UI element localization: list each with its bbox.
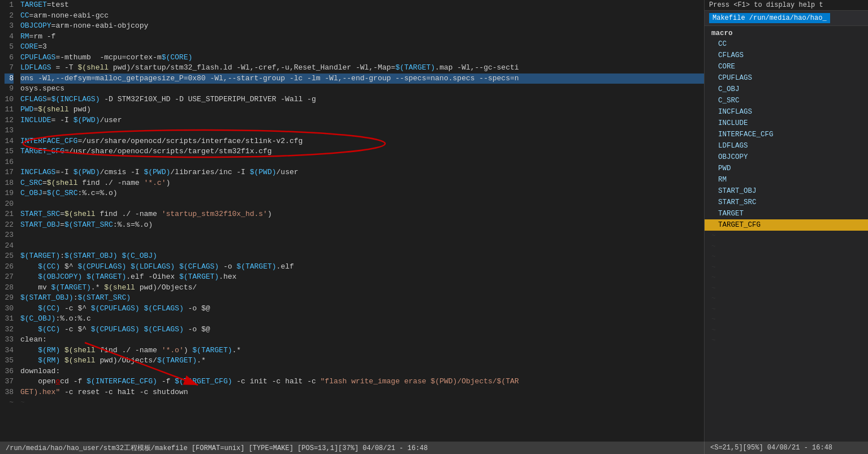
code-line-10: CFLAGS=$(INCFLAGS) -D STM32F10X_HD -D US… xyxy=(20,94,704,105)
tilde-filler: ~ xyxy=(705,304,868,315)
tilde-filler: ~ xyxy=(705,241,868,252)
code-line-15: TARGET_CFG=/usr/share/openocd/scripts/ta… xyxy=(20,146,704,157)
macro-item-start-obj[interactable]: START_OBJ xyxy=(705,185,868,197)
tilde-filler: ~ xyxy=(705,314,868,325)
code-line-18: C_SRC=$(shell find ./ -name '*.c') xyxy=(20,178,704,189)
macro-item-rm[interactable]: RM xyxy=(705,174,868,185)
main-container: 1 2 3 4 5 6 7 8 9 10 11 12 13 14 15 16 1 xyxy=(0,0,868,442)
code-line-26: $(CC) $^ $(CPUFLAGS) $(LDFLAGS) $(CFLAGS… xyxy=(20,262,704,273)
code-line-27: $(OBJCOPY) $(TARGET).elf -Oihex $(TARGET… xyxy=(20,272,704,283)
macro-item-interface-cfg[interactable]: INTERFACE_CFG xyxy=(705,129,868,140)
sidebar: Press <F1> to display help t Makefile /r… xyxy=(704,0,868,442)
code-area[interactable]: 1 2 3 4 5 6 7 8 9 10 11 12 13 14 15 16 1 xyxy=(0,0,704,442)
status-right-text: <S=21,5][95%] 04/08/21 - 16:48 xyxy=(710,444,832,452)
macro-section-title: macro xyxy=(705,28,868,38)
help-line: Press <F1> to display help t xyxy=(705,0,868,11)
code-line-24 xyxy=(20,241,704,252)
macro-item-c-obj[interactable]: C_OBJ xyxy=(705,84,868,95)
code-line-23 xyxy=(20,230,704,241)
status-bar-right: <S=21,5][95%] 04/08/21 - 16:48 xyxy=(704,442,868,454)
tilde-filler: ~ xyxy=(705,293,868,304)
status-left-text: /run/media/hao/hao_user/stm32工程模板/makefi… xyxy=(6,443,428,453)
code-line-36: download: xyxy=(20,366,704,377)
macro-item-pwd[interactable]: PWD xyxy=(705,163,868,174)
code-line-31: $(C_OBJ):%.o:%.c xyxy=(20,314,704,325)
code-line-32: $(CC) -c $^ $(CPUFLAGS) $(CFLAGS) -o $@ xyxy=(20,325,704,335)
tilde-filler: ~ xyxy=(705,273,868,283)
code-line-22: START_OBJ=$(START_SRC:%.s=%.o) xyxy=(20,220,704,231)
macro-item-ldflags[interactable]: LDFLAGS xyxy=(705,140,868,152)
status-bar: /run/media/hao/hao_user/stm32工程模板/makefi… xyxy=(0,442,868,454)
macro-item-target-cfg[interactable]: TARGET_CFG xyxy=(705,219,868,231)
macro-item-start-src[interactable]: START_SRC xyxy=(705,197,868,208)
macro-item-cc[interactable]: CC xyxy=(705,38,868,50)
code-line-33: clean: xyxy=(20,335,704,345)
macro-item-incflags[interactable]: INCFLAGS xyxy=(705,106,868,118)
code-line-7: LDFLAGS = -T $(shell pwd)/startup/stm32_… xyxy=(20,63,704,73)
code-line-28: mv $(TARGET).* $(shell pwd)/Objects/ xyxy=(20,283,704,293)
code-line-1: TARGET=test xyxy=(20,0,704,11)
code-content[interactable]: TARGET=test CC=arm-none-eabi-gcc OBJCOPY… xyxy=(18,0,704,442)
macro-item-objcopy[interactable]: OBJCOPY xyxy=(705,152,868,163)
macro-item-cpuflags[interactable]: CPUFLAGS xyxy=(705,72,868,84)
code-line-8: ons -Wl,--defsym=malloc_getpagesize_P=0x… xyxy=(20,73,704,84)
macro-item-target[interactable]: TARGET xyxy=(705,208,868,219)
code-line-5: CORE=3 xyxy=(20,42,704,53)
code-line-6: CPUFLAGS=-mthumb -mcpu=cortex-m$(CORE) xyxy=(20,53,704,63)
macro-list-container[interactable]: macro CC CFLAGS CORE CPUFLAGS C_OBJ C_SR… xyxy=(705,26,868,442)
code-line-19: C_OBJ=$(C_SRC:%.c=%.o) xyxy=(20,188,704,199)
code-line-9: osys.specs xyxy=(20,84,704,94)
status-bar-left: /run/media/hao/hao_user/stm32工程模板/makefi… xyxy=(0,442,704,454)
code-line-4: RM=rm -f xyxy=(20,32,704,42)
code-line-29: $(START_OBJ):$(START_SRC) xyxy=(20,293,704,304)
code-line-34: $(RM) $(shell find ./ -name '*.o') $(TAR… xyxy=(20,345,704,356)
help-text: Press <F1> to display help t xyxy=(709,1,823,9)
sidebar-file-header: Makefile /run/media/hao/hao_ xyxy=(705,11,868,26)
code-line-2: CC=arm-none-eabi-gcc xyxy=(20,11,704,21)
tilde-filler: ~ xyxy=(705,252,868,262)
sidebar-file-path: Makefile /run/media/hao/hao_ xyxy=(709,13,830,23)
line-numbers: 1 2 3 4 5 6 7 8 9 10 11 12 13 14 15 16 1 xyxy=(0,0,18,442)
code-line-12: INCLUDE= -I $(PWD)/user xyxy=(20,115,704,126)
code-line-30: $(CC) -c $^ $(CPUFLAGS) $(CFLAGS) -o $@ xyxy=(20,304,704,314)
tilde-filler: ~ xyxy=(705,283,868,294)
code-line-tilde: ~ xyxy=(20,397,704,408)
tilde-filler: ~ xyxy=(705,231,868,241)
code-line-21: START_SRC=$(shell find ./ -name 'startup… xyxy=(20,209,704,220)
code-line-20 xyxy=(20,199,704,210)
code-editor: 1 2 3 4 5 6 7 8 9 10 11 12 13 14 15 16 1 xyxy=(0,0,704,442)
code-line-16 xyxy=(20,157,704,168)
macro-item-include[interactable]: INCLUDE xyxy=(705,118,868,129)
macro-item-core[interactable]: CORE xyxy=(705,61,868,72)
code-line-38: GET).hex" -c reset -c halt -c shutdown xyxy=(20,387,704,398)
code-line-13 xyxy=(20,126,704,136)
tilde-filler: ~ xyxy=(705,335,868,346)
tilde-filler: ~ xyxy=(705,325,868,336)
tilde-filler: ~ xyxy=(705,262,868,273)
code-line-37: openocd -f $(INTERFACE_CFG) -f $(TARGET_… xyxy=(20,377,704,387)
macro-item-c-src[interactable]: C_SRC xyxy=(705,95,868,106)
macro-item-cflags[interactable]: CFLAGS xyxy=(705,50,868,61)
code-line-17: INCFLAGS=-I $(PWD)/cmsis -I $(PWD)/libra… xyxy=(20,167,704,178)
code-line-3: OBJCOPY=arm-none-eabi-objcopy xyxy=(20,21,704,32)
code-line-25: $(TARGET):$(START_OBJ) $(C_OBJ) xyxy=(20,251,704,262)
code-line-35: $(RM) $(shell pwd)/Objects/$(TARGET).* xyxy=(20,356,704,366)
code-line-14: INTERFACE_CFG=/usr/share/openocd/scripts… xyxy=(20,136,704,147)
code-line-11: PWD=$(shell pwd) xyxy=(20,105,704,115)
